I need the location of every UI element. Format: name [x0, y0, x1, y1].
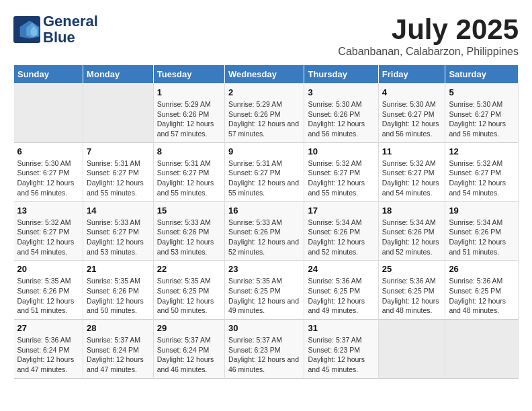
calendar-cell: 6Sunrise: 5:30 AM Sunset: 6:27 PM Daylig… — [14, 142, 83, 201]
day-info: Sunrise: 5:32 AM Sunset: 6:27 PM Dayligh… — [449, 158, 515, 198]
day-info: Sunrise: 5:32 AM Sunset: 6:27 PM Dayligh… — [17, 218, 80, 257]
calendar-cell: 14Sunrise: 5:33 AM Sunset: 6:27 PM Dayli… — [83, 201, 154, 261]
location-subtitle: Cabanbanan, Calabarzon, Philippines — [338, 46, 519, 58]
weekday-header-row: SundayMondayTuesdayWednesdayThursdayFrid… — [14, 65, 519, 84]
day-number: 17 — [308, 205, 374, 216]
calendar-cell: 4Sunrise: 5:30 AM Sunset: 6:27 PM Daylig… — [378, 84, 445, 143]
day-number: 30 — [228, 323, 301, 333]
calendar-cell: 13Sunrise: 5:32 AM Sunset: 6:27 PM Dayli… — [14, 201, 83, 261]
calendar-cell: 30Sunrise: 5:37 AM Sunset: 6:23 PM Dayli… — [224, 320, 304, 379]
calendar-cell: 12Sunrise: 5:32 AM Sunset: 6:27 PM Dayli… — [445, 142, 519, 201]
day-info: Sunrise: 5:34 AM Sunset: 6:26 PM Dayligh… — [308, 218, 374, 257]
calendar-cell: 5Sunrise: 5:30 AM Sunset: 6:27 PM Daylig… — [445, 84, 519, 143]
day-number: 13 — [17, 205, 80, 216]
day-number: 4 — [382, 87, 442, 97]
calendar-cell: 20Sunrise: 5:35 AM Sunset: 6:26 PM Dayli… — [14, 261, 83, 320]
title-block: July 2025 Cabanbanan, Calabarzon, Philip… — [338, 13, 519, 58]
day-info: Sunrise: 5:29 AM Sunset: 6:26 PM Dayligh… — [157, 99, 221, 139]
day-number: 11 — [382, 146, 442, 156]
day-info: Sunrise: 5:30 AM Sunset: 6:27 PM Dayligh… — [17, 158, 80, 198]
day-number: 6 — [17, 146, 80, 156]
day-number: 18 — [382, 205, 442, 216]
day-info: Sunrise: 5:30 AM Sunset: 6:27 PM Dayligh… — [382, 99, 442, 139]
calendar-cell: 25Sunrise: 5:36 AM Sunset: 6:25 PM Dayli… — [378, 261, 445, 320]
day-number: 29 — [157, 323, 221, 333]
day-number: 22 — [157, 264, 221, 274]
logo-text: GeneralBlue — [43, 13, 98, 46]
day-info: Sunrise: 5:31 AM Sunset: 6:27 PM Dayligh… — [157, 158, 221, 198]
day-info: Sunrise: 5:37 AM Sunset: 6:23 PM Dayligh… — [308, 335, 374, 375]
calendar-cell: 16Sunrise: 5:33 AM Sunset: 6:26 PM Dayli… — [224, 201, 304, 261]
calendar-cell: 27Sunrise: 5:36 AM Sunset: 6:24 PM Dayli… — [14, 320, 83, 379]
calendar-cell: 26Sunrise: 5:36 AM Sunset: 6:25 PM Dayli… — [445, 261, 519, 320]
day-info: Sunrise: 5:33 AM Sunset: 6:26 PM Dayligh… — [228, 218, 301, 257]
day-number: 3 — [308, 87, 374, 97]
logo-line1: General — [43, 13, 98, 30]
calendar-cell: 3Sunrise: 5:30 AM Sunset: 6:26 PM Daylig… — [304, 84, 378, 143]
calendar-cell: 11Sunrise: 5:32 AM Sunset: 6:27 PM Dayli… — [378, 142, 445, 201]
month-title: July 2025 — [338, 13, 519, 46]
logo-icon — [13, 16, 40, 43]
day-info: Sunrise: 5:35 AM Sunset: 6:25 PM Dayligh… — [228, 276, 301, 316]
weekday-header-friday: Friday — [378, 65, 445, 84]
day-number: 26 — [449, 264, 515, 274]
week-row-1: 1Sunrise: 5:29 AM Sunset: 6:26 PM Daylig… — [14, 84, 519, 143]
calendar-cell: 1Sunrise: 5:29 AM Sunset: 6:26 PM Daylig… — [153, 84, 224, 143]
day-info: Sunrise: 5:32 AM Sunset: 6:27 PM Dayligh… — [308, 158, 374, 198]
weekday-header-wednesday: Wednesday — [224, 65, 304, 84]
day-info: Sunrise: 5:35 AM Sunset: 6:25 PM Dayligh… — [157, 276, 221, 316]
day-number: 24 — [308, 264, 374, 274]
week-row-2: 6Sunrise: 5:30 AM Sunset: 6:27 PM Daylig… — [14, 142, 519, 201]
day-number: 25 — [382, 264, 442, 274]
day-number: 20 — [17, 264, 80, 274]
day-number: 1 — [157, 87, 221, 97]
calendar-cell: 10Sunrise: 5:32 AM Sunset: 6:27 PM Dayli… — [304, 142, 378, 201]
day-info: Sunrise: 5:32 AM Sunset: 6:27 PM Dayligh… — [382, 158, 442, 198]
calendar-cell: 22Sunrise: 5:35 AM Sunset: 6:25 PM Dayli… — [153, 261, 224, 320]
week-row-5: 27Sunrise: 5:36 AM Sunset: 6:24 PM Dayli… — [14, 320, 519, 379]
day-number: 9 — [228, 146, 301, 156]
calendar-cell: 19Sunrise: 5:34 AM Sunset: 6:26 PM Dayli… — [445, 201, 519, 261]
calendar-table: SundayMondayTuesdayWednesdayThursdayFrid… — [13, 64, 519, 379]
calendar-cell: 8Sunrise: 5:31 AM Sunset: 6:27 PM Daylig… — [153, 142, 224, 201]
day-number: 14 — [87, 205, 150, 216]
day-info: Sunrise: 5:36 AM Sunset: 6:25 PM Dayligh… — [382, 276, 442, 316]
day-number: 28 — [87, 323, 150, 333]
day-number: 12 — [449, 146, 515, 156]
day-number: 23 — [228, 264, 301, 274]
page-header: GeneralBlue July 2025 Cabanbanan, Calaba… — [13, 13, 519, 58]
day-number: 31 — [308, 323, 374, 333]
calendar-cell: 23Sunrise: 5:35 AM Sunset: 6:25 PM Dayli… — [224, 261, 304, 320]
day-info: Sunrise: 5:36 AM Sunset: 6:25 PM Dayligh… — [308, 276, 374, 316]
day-info: Sunrise: 5:29 AM Sunset: 6:26 PM Dayligh… — [228, 99, 301, 139]
day-info: Sunrise: 5:37 AM Sunset: 6:23 PM Dayligh… — [228, 335, 301, 375]
week-row-3: 13Sunrise: 5:32 AM Sunset: 6:27 PM Dayli… — [14, 201, 519, 261]
day-info: Sunrise: 5:37 AM Sunset: 6:24 PM Dayligh… — [87, 335, 150, 375]
day-info: Sunrise: 5:31 AM Sunset: 6:27 PM Dayligh… — [87, 158, 150, 198]
calendar-cell — [445, 320, 519, 379]
day-info: Sunrise: 5:30 AM Sunset: 6:26 PM Dayligh… — [308, 99, 374, 139]
day-info: Sunrise: 5:34 AM Sunset: 6:26 PM Dayligh… — [449, 218, 515, 257]
logo-line2: Blue — [43, 29, 75, 46]
week-row-4: 20Sunrise: 5:35 AM Sunset: 6:26 PM Dayli… — [14, 261, 519, 320]
day-number: 15 — [157, 205, 221, 216]
calendar-cell: 17Sunrise: 5:34 AM Sunset: 6:26 PM Dayli… — [304, 201, 378, 261]
weekday-header-tuesday: Tuesday — [153, 65, 224, 84]
calendar-cell: 15Sunrise: 5:33 AM Sunset: 6:26 PM Dayli… — [153, 201, 224, 261]
day-info: Sunrise: 5:36 AM Sunset: 6:25 PM Dayligh… — [449, 276, 515, 316]
day-number: 5 — [449, 87, 515, 97]
day-number: 19 — [449, 205, 515, 216]
day-number: 16 — [228, 205, 301, 216]
day-number: 7 — [87, 146, 150, 156]
day-info: Sunrise: 5:30 AM Sunset: 6:27 PM Dayligh… — [449, 99, 515, 139]
calendar-cell: 18Sunrise: 5:34 AM Sunset: 6:26 PM Dayli… — [378, 201, 445, 261]
calendar-cell: 28Sunrise: 5:37 AM Sunset: 6:24 PM Dayli… — [83, 320, 154, 379]
day-info: Sunrise: 5:36 AM Sunset: 6:24 PM Dayligh… — [17, 335, 80, 375]
calendar-cell: 7Sunrise: 5:31 AM Sunset: 6:27 PM Daylig… — [83, 142, 154, 201]
day-number: 21 — [87, 264, 150, 274]
day-info: Sunrise: 5:33 AM Sunset: 6:27 PM Dayligh… — [87, 218, 150, 257]
calendar-cell — [83, 84, 154, 143]
day-info: Sunrise: 5:35 AM Sunset: 6:26 PM Dayligh… — [17, 276, 80, 316]
weekday-header-monday: Monday — [83, 65, 154, 84]
calendar-cell: 29Sunrise: 5:37 AM Sunset: 6:24 PM Dayli… — [153, 320, 224, 379]
